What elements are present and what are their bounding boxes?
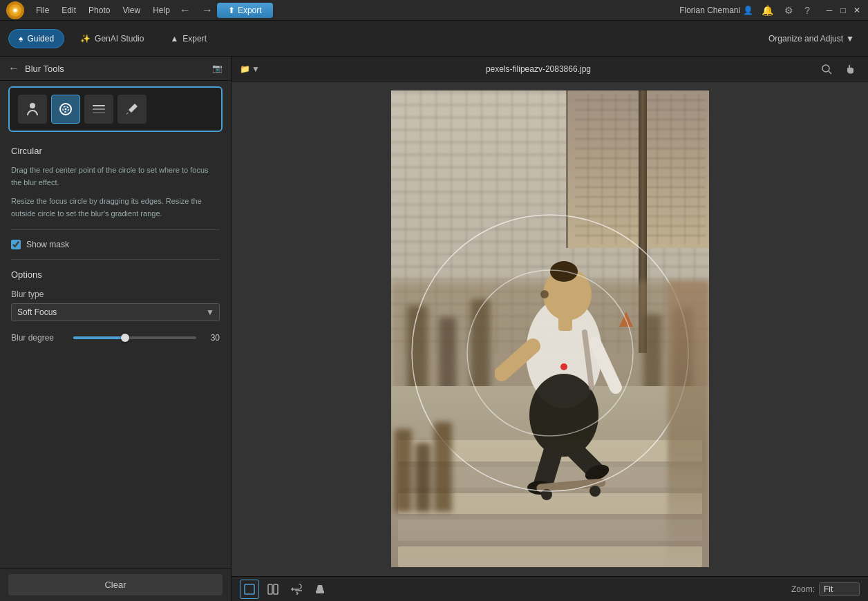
export-button[interactable]: ⬆ Export xyxy=(217,3,273,18)
svg-line-12 xyxy=(829,71,831,74)
image-filename: pexels-filipeazv-2083866.jpg xyxy=(260,64,817,74)
skater-figure xyxy=(495,215,633,505)
slider-track xyxy=(73,336,196,339)
image-header: 📁 ▼ pexels-filipeazv-2083866.jpg xyxy=(232,57,868,82)
menu-help[interactable]: Help xyxy=(147,4,176,17)
brush-blur-button[interactable] xyxy=(117,95,147,124)
notifications-icon[interactable]: 🔔 xyxy=(759,3,776,17)
expert-mode-button[interactable]: ▲ Expert xyxy=(160,29,217,48)
panel-export-icon[interactable]: 📷 xyxy=(212,64,223,73)
titlebar: File Edit Photo View Help ← → ⬆ Export F… xyxy=(0,0,868,21)
user-info: Florian Chemani 👤 xyxy=(679,6,753,15)
circular-blur-button[interactable] xyxy=(51,95,80,124)
linear-blur-button[interactable] xyxy=(84,95,113,124)
options-title: Options xyxy=(11,269,220,280)
header-tools xyxy=(817,59,860,79)
svg-point-26 xyxy=(589,486,601,497)
app-logo xyxy=(6,1,25,20)
maximize-button[interactable]: □ xyxy=(838,5,849,16)
help-icon[interactable]: ? xyxy=(802,3,813,17)
blur-degree-label: Blur degree xyxy=(11,333,66,343)
panel-content: Circular Drag the red center point of th… xyxy=(0,137,231,568)
slider-thumb[interactable] xyxy=(121,334,129,342)
organize-label: Organize and Adjust xyxy=(768,34,843,44)
svg-point-11 xyxy=(822,65,829,72)
blur-degree-slider-row: Blur degree 30 xyxy=(11,331,220,345)
split-view-button[interactable] xyxy=(263,580,283,599)
blur-degree-slider-container xyxy=(73,331,196,345)
zoom-row: Zoom: Fit 25% 50% 75% 100% 200% xyxy=(791,582,860,596)
stripe-4 xyxy=(398,519,702,540)
export-icon: ⬆ xyxy=(228,6,235,15)
minimize-button[interactable]: ─ xyxy=(824,5,835,16)
svg-point-3 xyxy=(14,8,17,12)
svg-rect-33 xyxy=(268,584,272,594)
photo-scene xyxy=(391,90,709,567)
genai-icon: ✨ xyxy=(80,34,91,44)
svg-rect-35 xyxy=(316,591,324,593)
organize-chevron-icon: ▼ xyxy=(846,34,854,44)
person-blur-button[interactable] xyxy=(18,95,47,124)
menu-view[interactable]: View xyxy=(117,4,146,17)
menu-edit[interactable]: Edit xyxy=(56,4,82,17)
zoom-tool-button[interactable] xyxy=(817,59,836,79)
svg-point-4 xyxy=(30,103,35,108)
organize-button[interactable]: Organize and Adjust ▼ xyxy=(763,31,860,46)
blur-type-label: Blur type xyxy=(11,289,220,299)
folder-button[interactable]: 📁 ▼ xyxy=(240,64,260,74)
main-content: ← Blur Tools 📷 xyxy=(0,57,868,601)
panel-footer: Clear xyxy=(0,568,231,601)
zoom-select-container: Fit 25% 50% 75% 100% 200% xyxy=(819,582,860,596)
svg-point-25 xyxy=(541,489,552,500)
export-label: Export xyxy=(238,6,262,15)
svg-rect-8 xyxy=(93,105,105,106)
svg-point-27 xyxy=(540,290,549,298)
panel-title: Blur Tools xyxy=(25,64,207,74)
svg-line-17 xyxy=(543,450,554,484)
divider-2 xyxy=(11,259,220,260)
right-person xyxy=(668,281,709,567)
guided-label: Guided xyxy=(27,34,54,44)
show-mask-checkbox[interactable] xyxy=(11,240,21,249)
genai-mode-button[interactable]: ✨ GenAI Studio xyxy=(70,29,154,48)
show-mask-label[interactable]: Show mask xyxy=(26,240,69,249)
close-button[interactable]: ✕ xyxy=(851,5,862,16)
tool-icons-row xyxy=(8,86,223,132)
svg-point-22 xyxy=(550,261,578,282)
hand-tool-button[interactable] xyxy=(840,59,860,79)
folder-dropdown-icon: ▼ xyxy=(252,64,260,74)
divider-1 xyxy=(11,229,220,230)
redo-button[interactable]: → xyxy=(198,3,217,18)
image-canvas xyxy=(232,82,868,576)
instruction-text-2: Resize the focus circle by dragging its … xyxy=(11,195,220,220)
menu-photo[interactable]: Photo xyxy=(83,4,115,17)
undo-button[interactable]: ← xyxy=(176,3,195,18)
folder-icon: 📁 xyxy=(240,64,250,74)
guided-mode-button[interactable]: ♠ Guided xyxy=(8,29,64,48)
zoom-select[interactable]: Fit 25% 50% 75% 100% 200% xyxy=(819,582,860,596)
single-view-button[interactable] xyxy=(240,580,259,599)
slider-fill xyxy=(73,336,125,339)
blur-type-select[interactable]: Soft Focus Smart Blur Motion Blur xyxy=(11,303,220,321)
left-panel: ← Blur Tools 📷 xyxy=(0,57,232,601)
rotate-button[interactable] xyxy=(287,580,306,599)
clear-button[interactable]: Clear xyxy=(8,574,223,595)
svg-point-16 xyxy=(529,374,598,457)
svg-rect-10 xyxy=(93,112,105,113)
svg-rect-32 xyxy=(245,584,254,594)
stamp-button[interactable] xyxy=(310,580,330,599)
user-avatar-icon: 👤 xyxy=(743,6,753,15)
settings-icon[interactable]: ⚙ xyxy=(782,3,796,17)
panel-header: ← Blur Tools 📷 xyxy=(0,57,231,81)
blur-type-select-container: Soft Focus Smart Blur Motion Blur ▼ xyxy=(11,303,220,321)
blur-degree-value: 30 xyxy=(203,333,220,343)
svg-rect-23 xyxy=(558,317,572,331)
menu-file[interactable]: File xyxy=(30,4,55,17)
bottom-tools xyxy=(240,580,330,599)
expert-label: Expert xyxy=(182,34,207,44)
bottom-bar: Zoom: Fit 25% 50% 75% 100% 200% xyxy=(232,576,868,601)
back-button[interactable]: ← xyxy=(8,62,19,75)
svg-point-7 xyxy=(65,108,67,111)
expert-icon: ▲ xyxy=(170,34,178,44)
window-controls: ─ □ ✕ xyxy=(824,5,862,16)
